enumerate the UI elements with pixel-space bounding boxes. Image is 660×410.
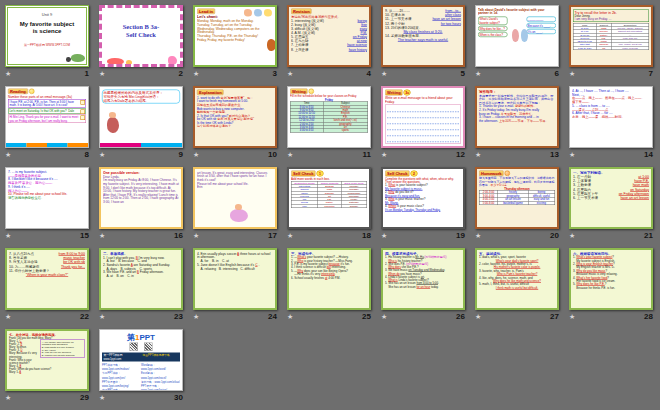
slide-content: Homework明天是星期四，下表是明天下午的课程安排。请根据表格内容写一写明天… bbox=[477, 169, 557, 227]
text-segment: art lesson. It's great, easy and interes… bbox=[197, 171, 268, 182]
slide-thumbnail-27[interactable]: 五、连词成句。1. dad's, what's, your, sport, fa… bbox=[475, 248, 559, 310]
table-row: coolcomputerSunday bbox=[291, 204, 367, 207]
slide-thumbnail-4[interactable]: Revision请说出/写出所给单词的对应形式。1. interesting (… bbox=[287, 5, 371, 67]
phrase-item: 6. 上一节美术课have an art lesson bbox=[573, 196, 649, 200]
mascot-cartoon-icon bbox=[71, 54, 85, 62]
slide-sorter-cell: 四、按要求完成句子。1. His history teacher is Mr. … bbox=[377, 246, 471, 327]
slide-thumbnail-22[interactable]: 7. 从八点到九点from 8:00 to 9:008. 音乐老师music t… bbox=[5, 248, 89, 310]
girl-cartoon-icon bbox=[230, 209, 248, 222]
slide-text-line: She has an art lesson for an hour today. bbox=[385, 285, 461, 288]
slide-header: Homework bbox=[479, 171, 555, 177]
text-box: Try to recall the letter in 2b.Dear Jenn… bbox=[573, 9, 649, 22]
slide-thumbnail-1[interactable]: Unit 9My favorite subjectis science第一PPT… bbox=[5, 5, 89, 67]
slide-sorter-cell: Revision请说出/写出所给单词的对应形式。1. interesting (… bbox=[283, 3, 377, 84]
animation-indicator-icon: ★ bbox=[193, 70, 199, 78]
slide-text-line: Because he thinks P.E. is fun. bbox=[573, 286, 649, 289]
slide-content: One possible version:Dear Linda,I'm real… bbox=[101, 169, 181, 227]
slide-thumbnail-24[interactable]: 4. Erin usually plays soccer A three hou… bbox=[193, 248, 277, 310]
text-segment: A. at B. on C. in bbox=[103, 274, 134, 278]
slide-sorter-cell: 9. 从……到……from...to...10. 在课之后after class… bbox=[377, 3, 471, 84]
text-segment: Frank: Who is your science teacher? bbox=[9, 358, 32, 364]
slide-thumbnail-5[interactable]: 9. 从……到……from...to...10. 在课之后after class… bbox=[381, 5, 465, 67]
slide-number: 22 bbox=[80, 312, 89, 321]
slide-thumbnail-19[interactable]: Self Check2Complete the questions with w… bbox=[381, 167, 465, 229]
slide-thumbnail-23[interactable]: 二、单项选择。1. I can't play with you, B I'm v… bbox=[99, 248, 183, 310]
text-segment: (对划线部分提问) bbox=[425, 256, 447, 259]
slide-table: FridayTimeSubject8:00 to 8:50Chinese9:00… bbox=[290, 98, 368, 132]
slide-thumbnail-7[interactable]: Try to recall the letter in 2b.Dear Jenn… bbox=[569, 5, 653, 67]
slide-thumbnail-2[interactable]: Section B 3a-Self Check bbox=[99, 5, 183, 67]
slide-text-line: Write an e-mail message to a friend abou… bbox=[385, 96, 461, 103]
text-segment: 结尾为有Dale署名的为结尾。 bbox=[104, 98, 150, 102]
slide-thumbnail-18[interactable]: Self Check1Add more words in each box.De… bbox=[287, 167, 371, 229]
slide-thumbnail-25[interactable]: 三、完成句子。1. —What's your favorite subject?… bbox=[287, 248, 371, 310]
slide-footer: ★29 bbox=[5, 393, 89, 402]
slide-thumbnail-8[interactable]: ReadingNumber these parts of an email me… bbox=[5, 86, 89, 148]
slide-content: Lead inLet's chant:Monday, Monday, math … bbox=[195, 7, 275, 65]
kids-cartoon-icon bbox=[244, 9, 252, 17]
stripe-segment bbox=[47, 143, 68, 147]
banner-text: 海量PPT模板免费下载 bbox=[141, 353, 180, 362]
flower-icon bbox=[504, 171, 510, 177]
slide-thumbnail-6[interactable]: Talk about David's favorite subject with… bbox=[475, 5, 559, 67]
slide-content: 写作指导：本题要求写一封电子邮件，介绍自己星期五的课程。写作时，可按时间顺序写出… bbox=[477, 88, 557, 146]
slide-thumbnail-29[interactable]: 七、补全对话，选择合适的选项。Frank: Do you like math b… bbox=[5, 329, 89, 391]
slide-text-line: 明天是星期四，下表是明天下午的课程安排。请根据表格内容写一写明天下午的课程，包括… bbox=[479, 177, 555, 187]
text-segment: 一、写出下列短语。 bbox=[573, 171, 605, 175]
slide-thumbnail-13[interactable]: 写作指导：本题要求写一封电子邮件，介绍自己星期五的课程。写作时，可按时间顺序写出… bbox=[475, 86, 559, 148]
girl-cartoon-icon bbox=[235, 204, 242, 210]
slide-content: 7. ... is my favorite subject.——是我最喜欢的科目… bbox=[6, 168, 88, 228]
text-box: Let's meet on Saturday. Is that OK with … bbox=[8, 108, 86, 113]
animation-indicator-icon: ★ bbox=[381, 70, 387, 78]
phrase-answer: for two hours bbox=[441, 21, 461, 25]
text-segment: A. relaxing B. interesting C. difficult bbox=[197, 266, 255, 270]
text-segment: The teacher says math is useful. bbox=[398, 38, 448, 42]
slide-text-line: I think math is useful but difficult. bbox=[479, 286, 555, 289]
animation-indicator-icon: ★ bbox=[287, 232, 293, 240]
slide-thumbnail-12[interactable]: Writing3cWrite an e-mail message to a fr… bbox=[381, 86, 465, 148]
slide-text-line: I have P.E. at 2:00. P.E. is fun. Then a… bbox=[10, 100, 82, 107]
slide-thumbnail-20[interactable]: Homework明天是星期四，下表是明天下午的课程安排。请根据表格内容写一写明天… bbox=[475, 167, 559, 229]
animation-indicator-icon: ★ bbox=[5, 70, 11, 78]
slide-number: 20 bbox=[550, 231, 559, 240]
slide-thumbnail-14[interactable]: 4. At ..., I have .... Then at ..., I ha… bbox=[569, 86, 653, 148]
slide-number: 12 bbox=[456, 150, 465, 159]
animation-indicator-icon: ★ bbox=[193, 232, 199, 240]
slide-thumbnail-10[interactable]: Explanation1. want to do sth 意为“想要做某事”，如… bbox=[193, 86, 277, 148]
slide-thumbnail-9[interactable]: 此题要根据所给的内容及格式来排序：可知开头为有Hi Mei Ling的问候语；结… bbox=[99, 86, 183, 148]
text-segment: Let's chant: bbox=[197, 14, 218, 19]
slide-thumbnail-17[interactable]: art lesson. It's great, easy and interes… bbox=[193, 167, 277, 229]
slide-footer: ★7 bbox=[569, 69, 653, 78]
text-segment: I am very busy on Friday. ... bbox=[575, 18, 612, 21]
animation-indicator-icon: ★ bbox=[569, 70, 575, 78]
animation-indicator-icon: ★ bbox=[193, 151, 199, 159]
text-segment: Let's meet on Saturday. Is that OK with … bbox=[10, 109, 75, 112]
task-title: Talk about David's favorite subject with… bbox=[478, 8, 556, 15]
slide-thumbnail-11[interactable]: WritingFill in the schedule below for yo… bbox=[287, 86, 371, 148]
slide-thumbnail-28[interactable]: 六、根据答语写出问句。1. What's your favorite subje… bbox=[569, 248, 653, 310]
slide-footer: ★28 bbox=[569, 312, 653, 321]
slide-footer: ★6 bbox=[475, 69, 559, 78]
slide-thumbnail-16[interactable]: One possible version:Dear Linda,I'm real… bbox=[99, 167, 183, 229]
slide-footer: ★21 bbox=[569, 231, 653, 240]
slide-footer: ★19 bbox=[381, 231, 465, 240]
text-segment: Friday afternoon. bbox=[139, 270, 164, 274]
table-row: 1:50 to 3:50artreally relaxing bbox=[573, 46, 649, 49]
slide-content: art lesson. It's great, easy and interes… bbox=[195, 169, 275, 227]
section-label: Writing bbox=[385, 90, 403, 96]
slide-thumbnail-26[interactable]: 四、按要求完成句子。1. His history teacher is Mr. … bbox=[381, 248, 465, 310]
slide-thumbnail-15[interactable]: 7. ... is my favorite subject.——是我最喜欢的科目… bbox=[5, 167, 89, 229]
slide-sorter-canvas: Unit 9My favorite subjectis science第一PPT… bbox=[0, 0, 660, 410]
animation-indicator-icon: ★ bbox=[99, 313, 105, 321]
slide-text-line: E. What's your favorite subject? bbox=[42, 354, 84, 357]
slide-text-line: A. at B. on C. in bbox=[103, 274, 179, 278]
slide-content: 此题要根据所给的内容及格式来排序：可知开头为有Hi Mei Ling的问候语；结… bbox=[100, 87, 182, 147]
slide-thumbnail-21[interactable]: 一、写出下列短语。1. 在一点钟at 1:002. 上体育课have P.E.3… bbox=[569, 167, 653, 229]
phrase-text: 6. 上一节美术课 bbox=[573, 196, 598, 200]
slide-content: 7. 从八点到九点from 8:00 to 9:008. 音乐老师music t… bbox=[7, 250, 87, 308]
slide-content: 4. Erin usually plays soccer A three hou… bbox=[195, 250, 275, 308]
slide-thumbnail-3[interactable]: Lead inLet's chant:Monday, Monday, math … bbox=[193, 5, 277, 67]
slide-text-line: 请告诉我你的学校生活。 bbox=[8, 196, 86, 200]
slide-thumbnail-30[interactable]: 第1PPT第一PPT模板网 www.1ppt.com海量PPT模板免费下载PPT… bbox=[99, 329, 183, 391]
slide-number: 6 bbox=[555, 69, 559, 78]
